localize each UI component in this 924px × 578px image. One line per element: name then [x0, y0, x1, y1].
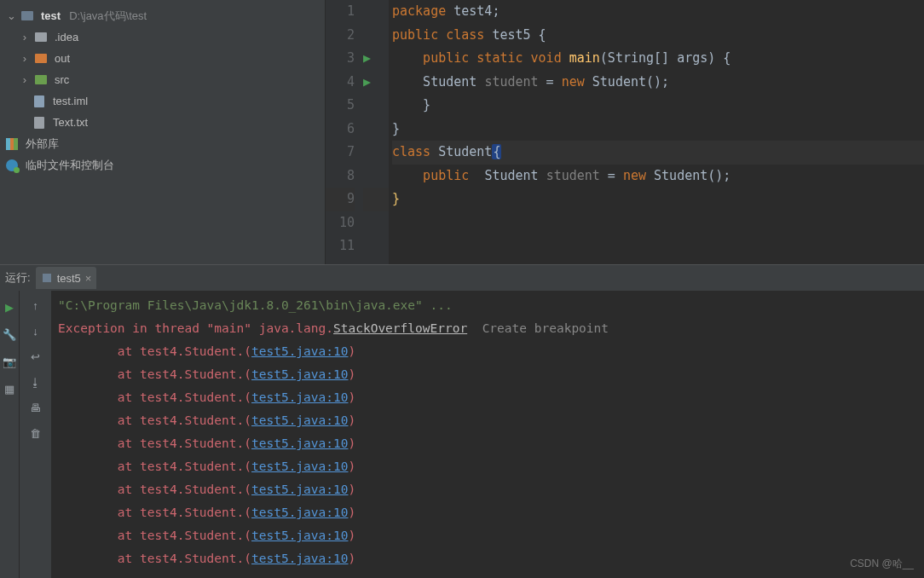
project-path: D:\java代码\test [69, 9, 147, 24]
stacktrace-link[interactable]: test5.java:10 [251, 436, 349, 450]
run-tool-window: 运行: test5 × ▶ 🔧 📷 ▦ ↑ ↓ ↩ ⭳ 🖶 🗑 "C:\Prog… [0, 264, 924, 578]
code-line[interactable]: package test4; [392, 0, 924, 24]
run-config-icon [41, 272, 53, 284]
tree-label: src [55, 73, 69, 86]
project-name: test [41, 9, 61, 22]
chevron-down-icon: ⌄ [5, 9, 17, 22]
code-line[interactable]: public Student student = new Student(); [392, 165, 924, 188]
code-line[interactable]: public static void main(String[] args) { [392, 47, 924, 71]
run-left-toolstrip: ▶ 🔧 📷 ▦ [0, 291, 19, 578]
folder-icon [34, 73, 48, 87]
run-label: 运行: [5, 270, 31, 286]
run-gutter-icon[interactable] [363, 94, 378, 118]
tree-item-src[interactable]: › src [0, 69, 325, 90]
tree-item-iml[interactable]: test.iml [0, 90, 325, 112]
code-editor[interactable]: 1234567891011 ▶▶ package test4;public cl… [326, 0, 924, 264]
file-icon [32, 116, 46, 130]
code-line[interactable]: } [392, 118, 924, 142]
folder-icon [34, 31, 48, 44]
code-line[interactable]: Student student = new Student(); [392, 71, 924, 95]
code-line[interactable]: } [392, 188, 924, 211]
rerun-icon[interactable]: ▶ [2, 299, 17, 315]
library-icon [5, 137, 19, 151]
soft-wrap-icon[interactable]: ↩ [28, 349, 43, 364]
stacktrace-link[interactable]: test5.java:10 [251, 367, 349, 381]
project-root-row[interactable]: ⌄ test D:\java代码\test [0, 5, 325, 26]
code-area[interactable]: package test4;public class test5 { publi… [389, 0, 924, 264]
run-gutter-icon[interactable]: ▶ [363, 71, 378, 95]
export-icon[interactable]: ⭳ [28, 374, 43, 390]
scroll-up-icon[interactable]: ↑ [28, 298, 43, 313]
code-line[interactable]: public class test5 { [392, 24, 924, 48]
stacktrace-link[interactable]: test5.java:10 [251, 529, 349, 542]
tree-label: test.iml [53, 95, 88, 107]
tree-label: 临时文件和控制台 [26, 158, 114, 173]
chevron-right-icon: › [19, 52, 31, 65]
file-icon [32, 95, 46, 108]
stacktrace-link[interactable]: test5.java:10 [251, 460, 349, 473]
tree-label: out [55, 52, 70, 65]
create-breakpoint-hint[interactable]: Create breakpoint [482, 321, 609, 335]
stacktrace-link[interactable]: test5.java:10 [251, 344, 349, 358]
trash-icon[interactable]: 🗑 [28, 425, 43, 441]
run-gutter-icon[interactable] [363, 211, 378, 235]
run-secondary-toolstrip: ↑ ↓ ↩ ⭳ 🖶 🗑 [19, 291, 51, 578]
scratches-icon [5, 159, 19, 172]
code-line[interactable]: class Student{ [392, 141, 924, 165]
code-line[interactable]: } [392, 94, 924, 118]
gutter-run-markers[interactable]: ▶▶ [363, 0, 378, 264]
stacktrace-link[interactable]: test5.java:10 [251, 413, 349, 427]
close-icon[interactable]: × [85, 272, 92, 285]
project-tree[interactable]: ⌄ test D:\java代码\test › .idea › out › sr… [0, 0, 326, 264]
run-gutter-icon[interactable] [363, 24, 378, 48]
tree-item-idea[interactable]: › .idea [0, 26, 325, 48]
run-gutter-icon[interactable] [363, 188, 378, 211]
svg-rect-0 [43, 274, 51, 282]
scroll-down-icon[interactable]: ↓ [28, 323, 43, 338]
tree-item-txt[interactable]: Text.txt [0, 112, 325, 133]
run-tab-bar: 运行: test5 × [0, 265, 924, 291]
tree-label: .idea [55, 31, 78, 43]
run-gutter-icon[interactable] [363, 234, 378, 258]
run-gutter-icon[interactable] [363, 118, 378, 142]
watermark: CSDN @哈__ [850, 557, 914, 571]
tree-label: Text.txt [53, 116, 88, 129]
tree-item-out[interactable]: › out [0, 48, 325, 69]
folder-icon [34, 52, 48, 66]
run-config-tab[interactable]: test5 × [36, 267, 97, 289]
gutter-fold-markers[interactable] [378, 0, 389, 264]
stacktrace-link[interactable]: test5.java:10 [251, 390, 349, 404]
print-icon[interactable]: 🖶 [28, 400, 43, 415]
scratches-row[interactable]: 临时文件和控制台 [0, 154, 325, 176]
console-output[interactable]: "C:\Program Files\Java\jdk1.8.0_261\bin\… [51, 291, 924, 578]
camera-icon[interactable]: 📷 [2, 354, 17, 369]
layout-icon[interactable]: ▦ [2, 381, 17, 396]
external-libs-row[interactable]: 外部库 [0, 133, 325, 154]
project-icon [20, 9, 34, 23]
run-gutter-icon[interactable] [363, 141, 378, 165]
run-gutter-icon[interactable]: ▶ [363, 47, 378, 71]
run-tab-label: test5 [57, 272, 81, 285]
gutter-line-numbers: 1234567891011 [326, 0, 363, 264]
stacktrace-link[interactable]: test5.java:10 [251, 552, 349, 565]
chevron-right-icon: › [19, 31, 31, 43]
run-gutter-icon[interactable] [363, 0, 378, 24]
stacktrace-link[interactable]: test5.java:10 [251, 483, 349, 496]
wrench-icon[interactable]: 🔧 [2, 327, 17, 342]
tree-label: 外部库 [26, 136, 59, 152]
chevron-right-icon: › [19, 73, 31, 86]
run-gutter-icon[interactable] [363, 165, 378, 188]
stacktrace-link[interactable]: test5.java:10 [251, 506, 349, 519]
